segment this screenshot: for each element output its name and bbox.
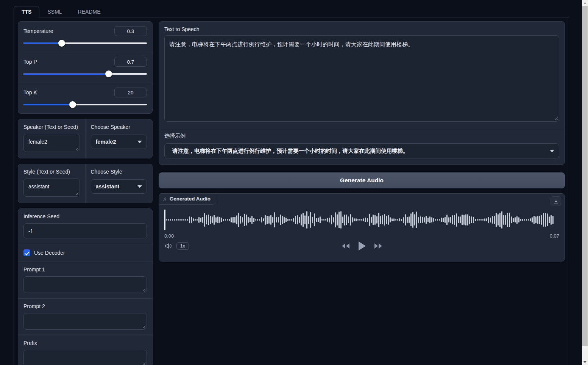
waveform-bar	[350, 214, 351, 226]
download-audio-button[interactable]	[551, 196, 561, 206]
slider-fill	[23, 104, 73, 105]
browser-scrollbar[interactable]	[582, 0, 588, 365]
top-k-slider-handle[interactable]	[69, 101, 76, 108]
waveform-bar	[541, 215, 542, 225]
waveform-bar	[551, 215, 552, 224]
waveform-bar	[255, 219, 256, 221]
waveform-bar	[221, 218, 222, 222]
scrollbar-down-button[interactable]	[582, 359, 588, 365]
music-note-icon: ♫	[163, 196, 167, 202]
waveform-bar	[448, 217, 449, 223]
top-k-row: Top K	[18, 83, 152, 113]
waveform-cursor[interactable]	[164, 210, 165, 230]
waveform-bar	[278, 217, 279, 222]
scrollbar-up-button[interactable]	[582, 0, 588, 6]
scrollbar-thumb[interactable]	[582, 6, 588, 346]
waveform-bar	[170, 219, 171, 221]
waveform-bar	[429, 216, 430, 223]
choose-style-value: assistant	[96, 183, 120, 190]
tab-tts[interactable]: TTS	[14, 6, 39, 17]
waveform-bar	[513, 218, 514, 222]
temperature-input[interactable]	[114, 26, 147, 36]
prompt1-label: Prompt 1	[23, 266, 147, 273]
waveform-bar	[552, 216, 554, 224]
waveform-bar	[407, 217, 408, 223]
waveform-bar	[303, 213, 304, 227]
time-row: 0:00 0:07	[164, 233, 559, 239]
waveform-bar	[338, 211, 340, 228]
style-text-input[interactable]: assistant	[23, 179, 80, 197]
top-p-input[interactable]	[114, 57, 147, 67]
tab-readme[interactable]: README	[70, 6, 109, 17]
prefix-input[interactable]	[23, 350, 147, 365]
tts-tab-panel: Temperature Top P	[14, 17, 569, 365]
rewind-button[interactable]	[341, 243, 350, 249]
waveform-bar	[291, 219, 292, 221]
prompt1-input[interactable]	[23, 276, 147, 293]
choose-speaker-label: Choose Speaker	[91, 124, 147, 130]
top-p-slider-handle[interactable]	[105, 70, 112, 77]
waveform-bar	[242, 217, 243, 223]
waveform-bar	[354, 218, 355, 221]
top-p-row: Top P	[18, 52, 152, 83]
playback-speed-button[interactable]: 1x	[176, 242, 189, 250]
waveform-bar	[329, 218, 330, 222]
waveform-bar	[312, 217, 313, 223]
waveform-bar	[469, 216, 470, 224]
tts-text-input[interactable]: 请注意，电梯将在下午两点进行例行维护，预计需要一个小时的时间，请大家在此期间使用…	[164, 35, 559, 122]
prefix-row: Prefix	[18, 335, 152, 365]
waveform-bar	[412, 212, 413, 228]
temperature-label: Temperature	[23, 28, 53, 34]
temperature-slider-handle[interactable]	[58, 40, 65, 47]
top-k-input[interactable]	[114, 88, 147, 97]
waveform-bar	[371, 217, 372, 222]
tts-text-row: Text to Speech 请注意，电梯将在下午两点进行例行维护，预计需要一个…	[159, 22, 565, 128]
choose-style-label: Choose Style	[91, 169, 147, 175]
fast-forward-button[interactable]	[374, 243, 383, 249]
waveform-bar	[223, 219, 224, 221]
choose-speaker-dropdown[interactable]: female2	[91, 135, 147, 149]
current-time: 0:00	[164, 233, 174, 239]
waveform-bar	[431, 217, 432, 222]
audio-waveform[interactable]	[164, 207, 559, 232]
choose-style-dropdown[interactable]: assistant	[91, 179, 147, 194]
waveform-bar	[479, 219, 480, 221]
waveform-bar	[340, 211, 342, 229]
generate-audio-button[interactable]: Generate Audio	[159, 172, 565, 188]
waveform-bar	[195, 219, 196, 221]
waveform-bar	[181, 219, 182, 221]
top-p-slider[interactable]	[23, 70, 147, 77]
waveform-bar	[284, 217, 285, 223]
waveform-bar	[480, 219, 482, 221]
tab-ssml[interactable]: SSML	[39, 6, 70, 17]
waveform-bar	[356, 218, 357, 221]
waveform-bar	[376, 216, 377, 224]
examples-dropdown[interactable]: 请注意，电梯将在下午两点进行例行维护，预计需要一个小时的时间，请大家在此期间使用…	[164, 143, 559, 158]
waveform-bar	[439, 219, 440, 221]
temperature-slider[interactable]	[23, 40, 147, 47]
top-k-slider[interactable]	[23, 101, 147, 108]
inference-seed-input[interactable]: -1	[23, 223, 147, 238]
waveform-bar	[337, 214, 338, 226]
app-window: TTS SSML README Temperature	[0, 0, 588, 365]
waveform-bar	[465, 214, 466, 226]
use-decoder-checkbox[interactable]	[23, 249, 30, 256]
volume-button[interactable]	[164, 242, 173, 250]
use-decoder-row[interactable]: Use Decoder	[18, 244, 152, 262]
tts-text-label: Text to Speech	[164, 26, 559, 32]
prompt2-input[interactable]	[23, 313, 147, 330]
waveform-bar	[405, 214, 406, 226]
waveform-bar	[214, 215, 215, 225]
choose-speaker-value: female2	[96, 139, 116, 145]
waveform-bar	[390, 217, 391, 222]
waveform-bar	[454, 215, 455, 225]
speaker-text-input[interactable]: female2	[23, 134, 80, 152]
prompt2-row: Prompt 2	[18, 298, 152, 335]
waveform-bar	[446, 215, 448, 225]
waveform-bar	[460, 216, 461, 223]
play-button[interactable]	[358, 241, 366, 251]
waveform-bar	[537, 216, 538, 224]
waveform-bar	[443, 218, 444, 222]
waveform-bar	[232, 217, 234, 223]
waveform-bar	[293, 218, 294, 222]
